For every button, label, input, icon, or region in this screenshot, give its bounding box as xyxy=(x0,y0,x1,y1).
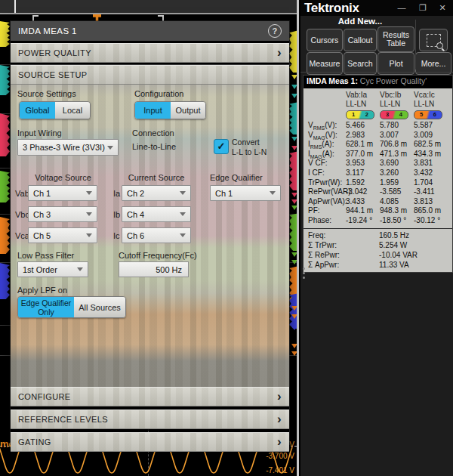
zoom-select-button[interactable] xyxy=(419,29,448,51)
voltage-source-label: Vca xyxy=(15,231,28,240)
restore-icon[interactable]: ❐ xyxy=(417,2,429,13)
current-source-dropdown-ib[interactable]: Ch 4 xyxy=(122,206,191,222)
current-source-dropdown-ic[interactable]: Ch 6 xyxy=(122,227,191,243)
panel-divider xyxy=(300,72,453,73)
section-label: CONFIGURE xyxy=(18,392,277,401)
results-column-header: Vca:IcLL-LN56 xyxy=(414,91,448,119)
measurement-value: -3.411 xyxy=(414,187,448,197)
channel-badge-icon: 12 xyxy=(346,110,374,119)
dialog-header[interactable]: IMDA MEAS 1 ? xyxy=(11,21,289,41)
measurement-value: 3.260 xyxy=(380,168,414,178)
all-sources-button[interactable]: All Sources xyxy=(74,297,125,317)
results-row: VRMS(V):5.4665.7805.587 xyxy=(304,121,452,131)
low-pass-filter-dropdown[interactable]: 1st Order xyxy=(17,261,88,277)
waveform-ch6 xyxy=(0,263,10,299)
global-button[interactable]: Global xyxy=(20,102,55,119)
close-icon[interactable]: ✕ xyxy=(436,2,448,13)
edge-qualifier-header: Edge Qualifier xyxy=(210,173,281,182)
measurement-label: RePwr(VAR): xyxy=(304,187,346,197)
edge-qualifier-only-button[interactable]: Edge Qualifier Only xyxy=(18,297,74,317)
channel-number: 1 xyxy=(352,111,355,119)
dropdown-value: Ch 5 xyxy=(33,231,86,240)
summary-row: Σ TrPwr:5.254 W xyxy=(304,240,452,250)
results-table[interactable]: IMDA Meas 1: Cyc Power Quality' Vab:IaLL… xyxy=(303,75,453,273)
measurement-value: 3.433 xyxy=(346,197,380,207)
output-button[interactable]: Output xyxy=(171,102,205,119)
summary-row: Σ RePwr:-10.04 VAR xyxy=(304,250,452,260)
results-column-headers: Vab:IaLL-LN12Vbc:IbLL-LN34Vca:IcLL-LN56 xyxy=(304,88,452,121)
summary-label: Freq: xyxy=(304,230,379,240)
minimize-icon[interactable]: — xyxy=(396,2,408,13)
cutoff-frequency-field[interactable]: 500 Hz xyxy=(119,261,189,277)
measurement-value: 682.5 m xyxy=(414,140,448,150)
measurement-value: -3.042 xyxy=(346,187,380,197)
results-summary: Freq:160.5 HzΣ TrPwr:5.254 WΣ RePwr:-10.… xyxy=(304,228,452,272)
section-gating[interactable]: GATING › xyxy=(11,432,289,452)
measurement-value: 471.3 m xyxy=(380,150,414,159)
measurement-value: 628.1 m xyxy=(346,140,380,150)
help-icon[interactable]: ? xyxy=(268,24,282,38)
summary-value: 5.254 W xyxy=(379,240,407,250)
results-column-header: Vbc:IbLL-LN34 xyxy=(380,91,414,119)
convert-checkbox[interactable]: ✓ xyxy=(214,139,229,154)
section-power-quality[interactable]: POWER QUALITY › xyxy=(11,43,289,63)
measurement-value: 3.117 xyxy=(346,168,380,178)
section-source-setup[interactable]: SOURCE SETUP xyxy=(11,65,289,85)
results-row: I CF:3.1173.2603.432 xyxy=(304,168,452,178)
dropdown-value: 3 Phase-3 Wire (3V3I) xyxy=(23,143,107,152)
chevron-down-icon xyxy=(86,212,92,216)
chevron-down-icon xyxy=(270,191,276,195)
measurement-label: IMAG(A): xyxy=(304,150,346,159)
voltage-source-dropdown-vca[interactable]: Ch 5 xyxy=(28,227,97,243)
channel-badge-icon: 56 xyxy=(414,110,442,119)
column-name: Vbc:Ib xyxy=(380,91,414,100)
results-row: IMAG(A):377.0 m471.3 m434.3 m xyxy=(304,150,452,159)
results-row: PF:944.1 m948.3 m865.0 m xyxy=(304,206,452,216)
measurement-label: Phase: xyxy=(304,216,346,226)
channel-number: 2 xyxy=(365,111,368,119)
input-button[interactable]: Input xyxy=(135,102,171,119)
voltage-source-row: VcaCh 5 xyxy=(15,227,98,243)
voltage-source-dropdown-vab[interactable]: Ch 1 xyxy=(28,185,97,201)
section-reference-levels[interactable]: REFERENCE LEVELS › xyxy=(11,410,289,429)
voltage-source-dropdown-vbc[interactable]: Ch 3 xyxy=(28,206,97,222)
results-table-title-bold: IMDA Meas 1: xyxy=(307,76,358,85)
results-row: IRMS(A):628.1 m706.8 m682.5 m xyxy=(304,140,452,150)
oscilloscope-screen: meas1 0 V -3.700 V -7.401 V IMDA MEAS 1 … xyxy=(0,0,299,476)
chevron-down-icon xyxy=(107,146,113,150)
summary-label: Σ ApPwr: xyxy=(304,260,379,270)
current-source-dropdown-ia[interactable]: Ch 2 xyxy=(122,185,191,201)
input-wiring-dropdown[interactable]: 3 Phase-3 Wire (3V3I) xyxy=(17,139,119,156)
connection-value: Line-to-Line xyxy=(132,142,176,151)
summary-value: -10.04 VAR xyxy=(379,250,418,260)
cursors-button[interactable]: Cursors xyxy=(307,29,343,51)
current-source-row: IbCh 4 xyxy=(113,206,191,222)
current-source-column: Current Source IaCh 2IbCh 4IcCh 6 xyxy=(113,173,191,249)
measurement-value: 3.007 xyxy=(380,131,414,141)
current-source-header: Current Source xyxy=(122,173,191,182)
summary-row: Freq:160.5 Hz xyxy=(304,230,452,240)
summary-row: Σ ApPwr:11.33 VA xyxy=(304,260,452,270)
measurement-value: 434.3 m xyxy=(414,150,448,159)
callout-button[interactable]: Callout xyxy=(344,29,377,51)
low-pass-filter-label: Low Pass Filter xyxy=(17,251,74,260)
edge-qualifier-column: Edge Qualifier Ch 1 xyxy=(210,173,281,201)
summary-value: 11.33 VA xyxy=(379,260,409,270)
scale-label: -3.700 V xyxy=(249,452,294,460)
panel-drag-handle[interactable] xyxy=(303,267,305,281)
measurement-value: -19.24 ° xyxy=(346,216,380,226)
chevron-right-icon: › xyxy=(277,437,282,447)
results-row: V CF:3.9533.6903.831 xyxy=(304,159,452,168)
measurement-value: 1.704 xyxy=(414,178,448,188)
dropdown-value: Ch 1 xyxy=(215,189,270,198)
spacer xyxy=(304,91,346,119)
results-table-button[interactable]: Results Table xyxy=(378,26,414,52)
current-source-row: IcCh 6 xyxy=(113,227,191,243)
voltage-source-column: Voltage Source VabCh 1VbcCh 3VcaCh 5 xyxy=(15,173,98,249)
edge-qualifier-dropdown[interactable]: Ch 1 xyxy=(210,185,281,201)
waveform-ch3 xyxy=(0,113,10,156)
section-label: REFERENCE LEVELS xyxy=(18,415,277,424)
section-configure[interactable]: CONFIGURE › xyxy=(11,387,289,406)
local-button[interactable]: Local xyxy=(55,102,90,119)
trigger-position-icon[interactable] xyxy=(93,14,101,21)
